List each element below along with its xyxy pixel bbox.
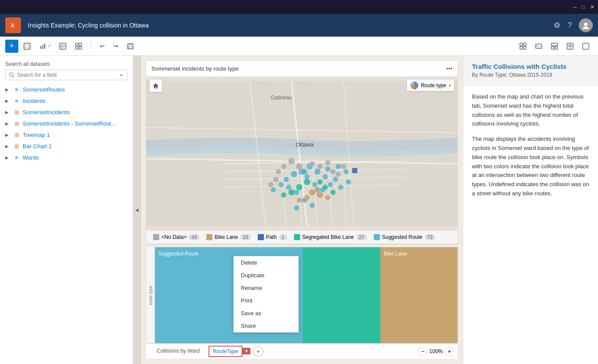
sidebar-item-somersetincidents-join[interactable]: ▶ ⊞ SomersetIncidents - SomersetRout... — [0, 118, 133, 129]
export-button[interactable] — [579, 41, 593, 51]
legend-swatch — [153, 234, 159, 240]
context-menu-saveas[interactable]: Save as — [234, 307, 298, 320]
title-bar-controls: ─ □ ✕ — [573, 4, 595, 10]
svg-point-84 — [288, 189, 294, 195]
redo-button[interactable]: ↪ — [110, 41, 122, 51]
sidebar-item-barchart1[interactable]: ▶ ⊞ Bar Chart 1 — [0, 140, 133, 152]
treemap-label-suggested: Suggested Route — [158, 251, 199, 257]
toolbar-sep-1 — [91, 41, 91, 51]
expand-arrow: ▶ — [5, 144, 10, 149]
treemap-content: route type Suggested Route Bike Lane — [146, 247, 458, 343]
layout-button[interactable] — [547, 41, 561, 51]
content-area: ◀ Sommerset incidents by route type ••• — [133, 56, 598, 364]
add-tab-button[interactable]: + — [253, 346, 263, 357]
tab-routetype-dropdown[interactable]: ▼ — [243, 348, 250, 354]
legend-item-label: Bike Lane — [215, 234, 238, 240]
maximize-button[interactable]: □ — [582, 4, 585, 10]
svg-point-88 — [330, 190, 335, 195]
right-panel-title: Traffic Collisions with Cyclists — [472, 63, 589, 70]
search-input[interactable] — [17, 72, 116, 78]
map-home-button[interactable] — [150, 80, 162, 92]
legend-item-nodata: <No Data> 43 — [153, 234, 199, 240]
zoom-in-button[interactable]: + — [444, 347, 454, 356]
map-legend[interactable]: Route type › — [407, 80, 454, 91]
svg-rect-12 — [75, 43, 78, 46]
settings-button[interactable]: ⚙ — [554, 20, 560, 30]
search-field-container[interactable] — [5, 70, 127, 80]
legend-item-label: Path — [266, 234, 277, 240]
sidebar-item-somersetincidents[interactable]: ▶ ⊞ SomersetIncidents — [0, 106, 133, 118]
tab-routetype[interactable]: RouteType — [208, 346, 243, 357]
svg-point-78 — [325, 160, 331, 165]
grid-view-button[interactable] — [516, 41, 530, 51]
expand-arrow: ▶ — [5, 87, 10, 92]
svg-point-69 — [294, 205, 299, 211]
svg-point-52 — [271, 187, 276, 192]
svg-point-82 — [304, 179, 310, 185]
svg-rect-29 — [583, 43, 589, 49]
context-menu-duplicate[interactable]: Duplicate — [234, 269, 298, 282]
toolbar-right — [516, 41, 593, 51]
sidebar-item-wards[interactable]: ▶ ≡ Wards — [0, 152, 133, 163]
map-label-ottawa: Ottawa — [296, 141, 314, 148]
sidebar-item-label: SomersetIncidents — [23, 109, 70, 116]
map-card-menu-button[interactable]: ••• — [446, 65, 452, 72]
add-button[interactable]: + — [5, 40, 18, 53]
orange-icon: ⊞ — [13, 120, 20, 127]
tab-collisions-by-ward[interactable]: Collisions by Ward — [150, 345, 207, 357]
expand-arrow: ▶ — [5, 133, 10, 137]
user-avatar[interactable] — [579, 18, 593, 32]
context-menu-print[interactable]: Print — [234, 294, 298, 307]
right-panel-header: Traffic Collisions with Cyclists By Rout… — [463, 56, 598, 85]
svg-rect-94 — [352, 168, 357, 173]
search-datasets-label: Search all datasets — [0, 61, 133, 70]
svg-point-74 — [273, 177, 279, 182]
nav-bar: A Insights Example; Cycling collision in… — [0, 14, 598, 37]
legend-item-label: <No Data> — [161, 234, 187, 240]
split-view-button[interactable] — [563, 41, 577, 51]
save-button[interactable] — [123, 41, 137, 51]
legend-pie-chart — [410, 82, 418, 89]
context-menu-delete[interactable]: Delete — [234, 256, 298, 269]
legend-item-bikelane: Bike Lane 23 — [206, 234, 251, 240]
svg-point-98 — [316, 188, 319, 191]
svg-point-87 — [323, 184, 328, 190]
map-tool-button[interactable] — [20, 41, 34, 51]
minimize-button[interactable]: ─ — [573, 4, 577, 10]
svg-point-72 — [281, 164, 286, 169]
chart-tool-button[interactable] — [36, 41, 54, 51]
svg-point-86 — [318, 180, 323, 185]
undo-button[interactable]: ↩ — [96, 41, 108, 51]
sidebar-collapse-button[interactable]: ◀ — [133, 56, 141, 364]
svg-point-50 — [284, 177, 289, 182]
legend-item-count: 43 — [189, 234, 199, 240]
map-card-header: Sommerset incidents by route type ••• — [146, 61, 458, 76]
svg-point-58 — [312, 182, 318, 187]
dash-tool-button[interactable] — [72, 41, 85, 51]
treemap-label-bikelane: Bike Lane — [384, 251, 407, 257]
image-export-button[interactable] — [532, 41, 546, 51]
sidebar-item-incidents[interactable]: ▶ ≡ Incidents — [0, 95, 133, 106]
svg-rect-14 — [75, 47, 78, 49]
legend-label: Route type — [421, 82, 446, 88]
y-axis-label: route type — [148, 286, 153, 305]
help-button[interactable]: ? — [567, 21, 572, 30]
right-panel-subtitle: By Route Type; Ottawa 2015-2019 — [472, 72, 589, 78]
legend-item-suggested: Suggested Route 73 — [374, 234, 435, 240]
zoom-out-button[interactable]: − — [418, 347, 427, 356]
app-title: Insights Example; Cycling collision in O… — [28, 22, 550, 29]
table-tool-button[interactable] — [56, 41, 70, 51]
svg-rect-26 — [555, 47, 557, 49]
legend-swatch — [206, 234, 212, 240]
context-menu-rename[interactable]: Rename — [234, 282, 298, 294]
expand-arrow: ▶ — [5, 99, 10, 103]
sidebar-item-somersetroutes[interactable]: ▶ ≡ SomersetRoutes — [0, 84, 133, 95]
close-button[interactable]: ✕ — [590, 4, 595, 10]
svg-point-92 — [304, 195, 310, 200]
sidebar-item-treemap1[interactable]: ▶ ⊞ Treemap 1 — [0, 129, 133, 140]
legend-item-count: 27 — [356, 234, 367, 240]
svg-point-65 — [343, 169, 349, 174]
sidebar: Search all datasets ▶ ≡ SomersetRoutes ▶… — [0, 56, 133, 364]
search-dropdown-icon[interactable] — [119, 73, 123, 77]
context-menu-share[interactable]: Share — [234, 320, 298, 332]
